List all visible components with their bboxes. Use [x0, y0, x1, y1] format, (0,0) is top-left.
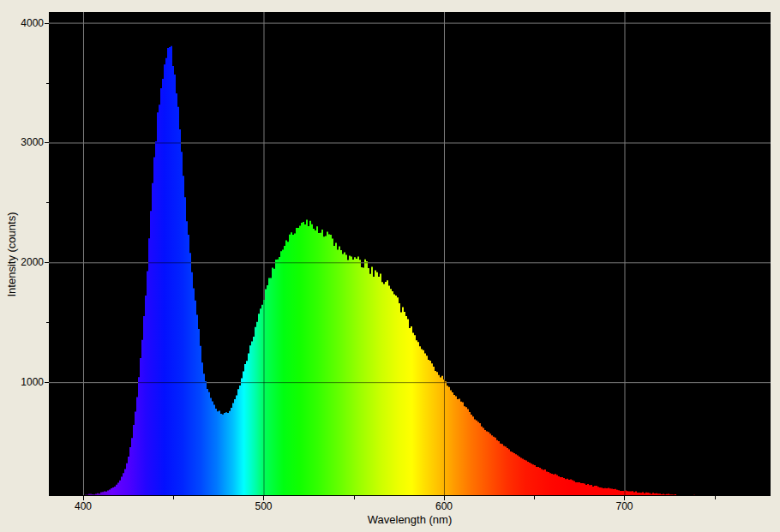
plot-area[interactable]: [49, 12, 771, 496]
x-tick-label: 700: [607, 500, 641, 512]
y-tick-label: 2000: [0, 256, 44, 268]
x-tick-label: 600: [427, 500, 461, 512]
y-tick-label: 3000: [0, 136, 44, 148]
y-major-tick: [45, 382, 49, 383]
x-tick-label: 500: [246, 500, 280, 512]
y-major-tick: [45, 23, 49, 24]
y-minor-tick: [46, 322, 49, 323]
y-major-tick: [45, 262, 49, 263]
y-tick-label: 1000: [0, 376, 44, 388]
spectrum-plot-canvas[interactable]: [49, 12, 771, 496]
spectrometer-chart-page: Intensity (counts) Wavelength (nm) 40050…: [0, 0, 780, 532]
x-axis-title: Wavelength (nm): [341, 513, 478, 526]
y-axis-title: Intensity (counts): [5, 194, 19, 314]
x-minor-tick: [534, 496, 535, 499]
y-minor-tick: [46, 202, 49, 203]
y-tick-label: 4000: [0, 17, 44, 29]
x-minor-tick: [715, 496, 716, 499]
y-minor-tick: [46, 83, 49, 84]
x-tick-label: 400: [66, 500, 100, 512]
x-minor-tick: [173, 496, 174, 499]
x-minor-tick: [354, 496, 355, 499]
y-major-tick: [45, 142, 49, 143]
